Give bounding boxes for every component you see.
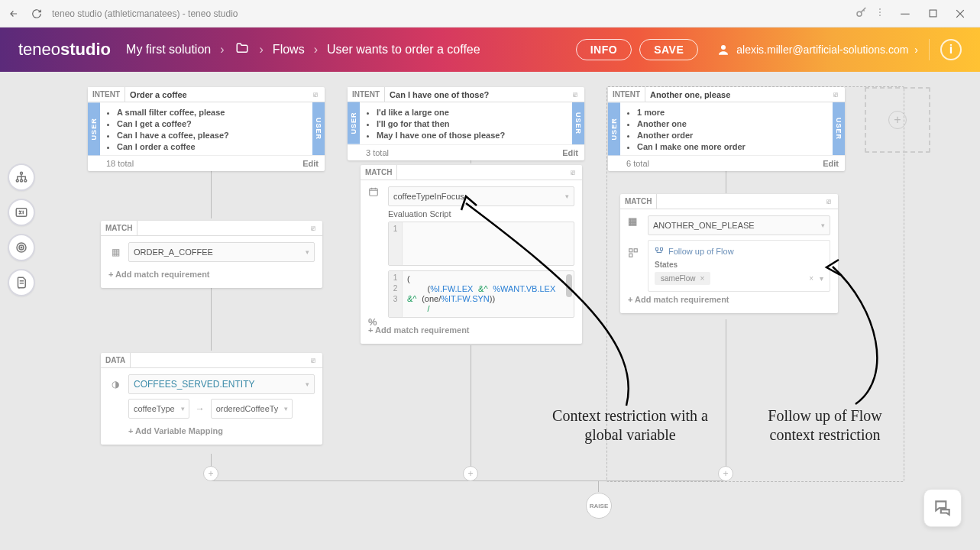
maximize-button[interactable] [919,2,946,25]
app-header: teneostudio My first solution › › Flows … [0,28,980,72]
intent-card-1[interactable]: INTENT Order a coffee ⎚ USER A small fil… [88,87,325,171]
chevron-right-icon: › [220,43,224,57]
entity-select[interactable]: COFFEES_SERVED.ENTITY▾ [128,374,315,394]
sliders-icon[interactable]: ⎚ [826,90,845,99]
svg-point-2 [879,11,881,13]
back-icon[interactable] [6,6,21,21]
intent-total: 18 total [106,159,134,168]
intent-total: 6 total [626,159,649,168]
svg-point-13 [21,247,22,248]
intent-examples: A small filter coffee, please Can I get … [100,102,312,155]
close-button[interactable] [946,2,974,25]
chevron-down-icon: ▾ [306,380,309,388]
svg-point-9 [24,180,27,182]
chevron-right-icon: › [260,43,264,57]
svg-point-3 [879,15,881,16]
variable-icon[interactable] [8,199,35,226]
data-tag: DATA [101,353,131,367]
match-select[interactable]: ORDER_A_COFFEE▾ [128,242,315,262]
match-select[interactable]: ANOTHER_ONE_PLEASE▾ [648,215,830,235]
add-variable-mapping[interactable]: + Add Variable Mapping [128,423,315,438]
annotation-text: Follow up of Flow context restriction [745,406,905,445]
arrow-right-icon: → [196,403,205,414]
logo: teneostudio [18,40,111,60]
user-stripe: USER [833,102,845,155]
user-stripe: USER [572,102,584,144]
svg-point-5 [721,45,726,50]
add-match-requirement[interactable]: + Add match requirement [628,292,830,307]
flow-canvas[interactable]: ▾ ▾ ▾ ▾ ▾ + + + INTENT Order a coffee ⎚ … [0,72,980,550]
clear-icon[interactable]: × [809,274,813,283]
condition-icon: ▦ [108,247,122,257]
sliders-icon[interactable]: ⎚ [564,168,582,176]
sliders-icon[interactable]: ⎚ [820,197,838,205]
sliders-icon[interactable]: ⎚ [566,90,584,99]
match-card-3[interactable]: MATCH ⎚ ▦ ANOTHER_ONE_PLEASE▾ Follow up … [620,194,838,313]
minimize-button[interactable]: ─ [891,2,919,25]
crumb-solution[interactable]: My first solution [126,43,211,57]
save-button[interactable]: SAVE [639,39,698,60]
separator [929,39,930,60]
svg-point-8 [21,180,23,182]
add-match-requirement[interactable]: + Add match requirement [108,267,315,282]
svg-rect-10 [16,209,27,217]
add-intent-button[interactable]: + [865,87,930,153]
chat-button[interactable] [923,489,962,527]
edit-button[interactable]: Edit [562,148,578,157]
svg-point-7 [16,180,18,182]
help-button[interactable]: i [940,39,962,60]
followup-header: Follow up of Flow [655,247,823,256]
chevron-right-icon: › [314,43,318,57]
data-card[interactable]: DATA ⎚ ◑ COFFEES_SERVED.ENTITY▾ coffeeTy… [101,353,322,445]
chevron-down-icon: ▾ [306,248,309,256]
map-from-select[interactable]: coffeeType▾ [128,399,189,419]
annotation-text: Context restriction with a global variab… [539,406,722,445]
more-icon[interactable] [875,7,885,21]
add-node-button[interactable]: + [203,466,218,481]
edit-button[interactable]: Edit [302,159,319,168]
chevron-right-icon: › [914,44,918,56]
intent-card-2[interactable]: INTENT Can I have one of those? ⎚ USER I… [348,87,584,160]
percent-icon: % [368,316,377,328]
intent-title: Another one, please [645,90,826,99]
script-icon[interactable] [8,269,35,296]
refresh-icon[interactable] [29,6,44,21]
sliders-icon[interactable]: ⎚ [304,224,322,232]
user-email: alexis.miller@artificial-solutions.com [736,44,908,56]
edit-button[interactable]: Edit [823,159,839,168]
info-button[interactable]: INFO [576,39,632,60]
folder-icon[interactable] [234,41,251,58]
target-icon[interactable] [8,234,35,261]
match-tag: MATCH [101,221,137,235]
svg-rect-14 [370,189,378,196]
match-card-1[interactable]: MATCH ⎚ ▦ ORDER_A_COFFEE▾ + Add match re… [101,221,322,288]
add-node-button[interactable]: + [463,466,478,481]
user-stripe: USER [608,102,620,155]
titlebar: teneo studio (athleticmanatees) - teneo … [0,0,980,28]
crumb-flows[interactable]: Flows [273,43,305,57]
user-stripe: USER [88,102,100,155]
raise-node[interactable]: RAISE [586,493,612,519]
window-title: teneo studio (athleticmanatees) - teneo … [52,8,855,19]
breadcrumb: My first solution › › Flows › User wants… [126,41,576,58]
states-label: States [655,260,823,269]
sliders-icon[interactable]: ⎚ [306,90,325,99]
key-icon[interactable] [855,5,868,22]
chevron-down-icon: ▾ [181,405,185,412]
svg-rect-18 [656,248,658,251]
sliders-icon[interactable]: ⎚ [304,356,322,364]
intent-title: Can I have one of those? [385,90,566,99]
annotation-arrow [451,192,642,413]
state-chip[interactable]: sameFlow× [655,272,710,285]
remove-chip-icon[interactable]: × [700,274,705,283]
intent-examples: 1 more Another one Another order Can I m… [620,102,833,155]
intent-title: Order a coffee [125,90,306,99]
map-to-select[interactable]: orderedCoffeeTy▾ [211,399,293,419]
svg-point-6 [21,172,23,174]
calendar-icon [368,186,379,199]
annotation-arrow [817,255,909,408]
tree-icon[interactable] [8,163,35,191]
user-menu[interactable]: alexis.miller@artificial-solutions.com › [716,43,918,57]
user-stripe: USER [312,102,325,155]
intent-card-3[interactable]: INTENT Another one, please ⎚ USER 1 more… [608,87,845,171]
